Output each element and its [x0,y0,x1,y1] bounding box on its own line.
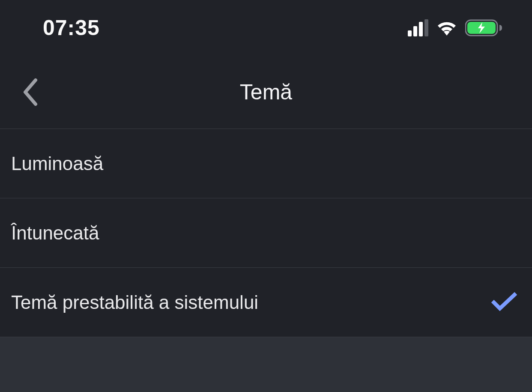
option-checkmark-slot [489,218,519,248]
battery-charging-icon [465,19,502,36]
status-time: 07:35 [43,15,100,40]
option-label: Luminoasă [11,153,103,174]
empty-area [0,337,532,392]
status-bar: 07:35 [0,0,532,56]
page-body: Temă Luminoasă Întunecată Temă prestabil… [0,56,532,392]
theme-option-dark[interactable]: Întunecată [0,198,532,268]
status-bar-left: 07:35 [17,15,100,40]
theme-option-system-default[interactable]: Temă prestabilită a sistemului [0,268,532,337]
status-bar-right [408,19,515,36]
option-checkmark-slot [489,149,519,179]
theme-option-light[interactable]: Luminoasă [0,129,532,198]
theme-options-list: Luminoasă Întunecată Temă prestabilită a… [0,129,532,337]
navigation-header: Temă [0,56,532,129]
back-button[interactable] [13,75,47,109]
chevron-left-icon [21,78,39,107]
page-title: Temă [240,80,292,105]
option-label: Temă prestabilită a sistemului [11,292,258,313]
checkmark-icon [491,291,517,314]
wifi-icon [436,20,457,36]
cellular-signal-icon [408,19,428,36]
option-checkmark-slot [489,287,519,317]
option-label: Întunecată [11,222,99,244]
